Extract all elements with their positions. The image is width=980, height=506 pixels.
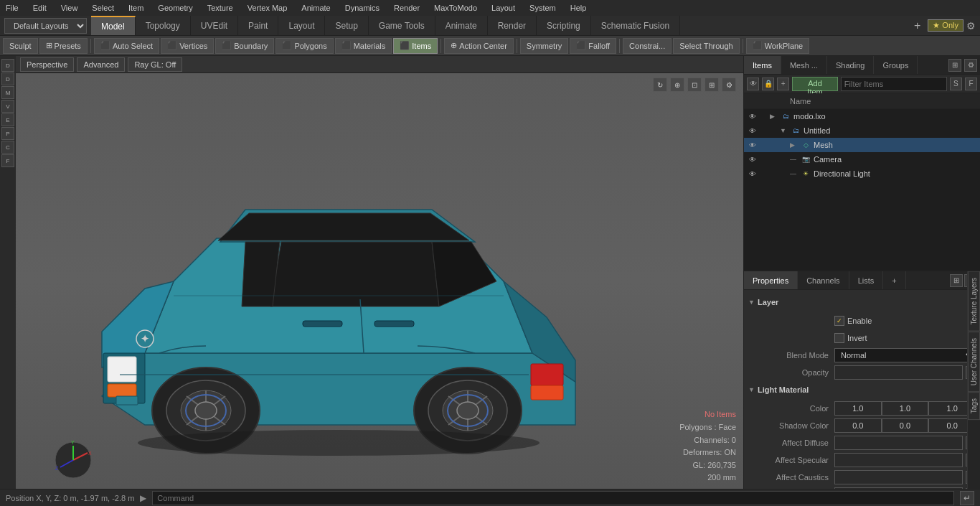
affect-diffuse-input[interactable]: 100.0 % [834,436,963,450]
menu-animate[interactable]: Animate [298,4,333,12]
menu-vertex-map[interactable]: Vertex Map [245,4,291,12]
vertices-button[interactable]: ⬛ Vertices [161,38,214,54]
tab-groups[interactable]: Groups [874,56,918,74]
command-submit-button[interactable]: ↵ [960,491,974,505]
perspective-button[interactable]: Perspective [20,57,74,72]
tree-item-light[interactable]: 👁 — ☀ Directional Light [744,167,980,181]
falloff-button[interactable]: ⬛ Falloff [570,38,616,54]
tree-item-camera[interactable]: 👁 — 📷 Camera [744,152,980,167]
eye-icon-modo[interactable]: 👁 [747,111,758,122]
materials-button[interactable]: ⬛ Materials [335,38,392,54]
settings-button[interactable]: ⚙ [722,78,736,92]
tab-schematic-fusion[interactable]: Schematic Fusion [591,16,680,35]
tree-item-untitled[interactable]: 👁 ▼ 🗂 Untitled [744,123,980,138]
add-prop-tab[interactable]: + [883,271,905,289]
lock-icon-btn[interactable]: 🔒 [762,78,774,90]
advanced-button[interactable]: Advanced [77,57,125,72]
lock-icon-untitled[interactable] [758,125,770,136]
eye-icon-untitled[interactable]: 👁 [747,125,758,136]
filter-f-btn[interactable]: F [965,78,977,90]
tab-scripting[interactable]: Scripting [537,16,591,35]
filter-items-input[interactable] [841,77,947,91]
expand-props-icon[interactable]: ⊞ [950,274,963,287]
menu-file[interactable]: File [3,4,22,12]
maximize-button[interactable]: ⊞ [705,78,719,92]
menu-view[interactable]: View [58,4,81,12]
tab-setup[interactable]: Setup [325,16,368,35]
command-input[interactable] [152,491,954,505]
lock-icon-modo[interactable] [758,111,770,122]
raygl-button[interactable]: Ray GL: Off [128,57,182,72]
left-sidebar-btn-7[interactable]: C [1,141,14,154]
left-sidebar-btn-2[interactable]: D [1,72,14,85]
tab-items[interactable]: Items [744,56,781,74]
tab-layout[interactable]: Layout [278,16,325,35]
left-sidebar-btn-4[interactable]: V [1,100,14,113]
gear-icon[interactable]: ⚙ [966,20,976,32]
layout-dropdown[interactable]: Default Layouts [4,18,87,34]
color-g[interactable]: 1.0 [882,401,929,416]
menu-help[interactable]: Help [567,4,590,12]
left-sidebar-btn-3[interactable]: M [1,86,14,99]
workplane-button[interactable]: ⬛ WorkPlane [746,38,810,54]
zoom-button[interactable]: ⊕ [670,78,684,92]
left-sidebar-btn-6[interactable]: P [1,127,14,140]
tab-render[interactable]: Render [488,16,537,35]
sculpt-button[interactable]: Sculpt [3,38,38,54]
shadow-g[interactable]: 0.0 [882,418,929,433]
menu-edit[interactable]: Edit [30,4,50,12]
tab-model[interactable]: Model [91,16,136,35]
lock-icon-camera[interactable] [758,154,770,165]
expand-arrow-untitled[interactable]: ▼ [780,127,790,134]
menu-system[interactable]: System [527,4,559,12]
star-only-badge[interactable]: ★ Only [928,19,963,32]
tab-properties[interactable]: Properties [744,271,798,289]
expand-arrow-light[interactable]: — [790,170,800,177]
eye-icon-mesh[interactable]: 👁 [747,139,758,151]
tab-channels[interactable]: Channels [798,271,849,289]
filter-s-btn[interactable]: S [950,78,962,90]
shadow-r[interactable]: 0.0 [834,418,882,433]
lock-icon-mesh[interactable] [758,139,770,151]
expand-icon[interactable]: ⊞ [948,59,961,72]
left-sidebar-btn-5[interactable]: E [1,113,14,126]
left-sidebar-btn-1[interactable]: D [1,59,14,72]
action-center-button[interactable]: ⊕ Action Center [444,38,514,54]
fit-button[interactable]: ⊡ [687,78,702,92]
lock-icon-light[interactable] [758,168,770,179]
tab-paint[interactable]: Paint [238,16,278,35]
tree-item-modo-lxo[interactable]: 👁 ▶ 🗂 modo.lxo [744,109,980,123]
presets-button[interactable]: ⊞ Presets [39,38,88,54]
eye-icon-camera[interactable]: 👁 [747,154,758,165]
layer-section-header[interactable]: ▼ Layer [748,294,976,310]
light-material-section-header[interactable]: ▼ Light Material [748,382,976,398]
left-sidebar-btn-8[interactable]: F [1,154,14,167]
side-tab-texture-layers[interactable]: Texture Layers [968,271,980,332]
menu-maxtomode[interactable]: MaxToModo [431,4,480,12]
tab-shading[interactable]: Shading [827,56,874,74]
eye-icon-btn[interactable]: 👁 [747,78,759,90]
navigation-gizmo[interactable]: X Y Z [52,439,95,482]
menu-item[interactable]: Item [126,4,146,12]
side-tab-user-channels[interactable]: User Channels [968,332,980,392]
boundary-button[interactable]: ⬛ Boundary [215,38,274,54]
affect-specular-input[interactable]: 100.0 % [834,453,963,467]
auto-select-button[interactable]: ⬛ Auto Select [94,38,159,54]
tab-game-tools[interactable]: Game Tools [369,16,435,35]
menu-render[interactable]: Render [391,4,423,12]
settings-icon[interactable]: ⚙ [964,59,977,72]
eye-icon-light[interactable]: 👁 [747,168,758,179]
tab-animate[interactable]: Animate [435,16,488,35]
symmetry-button[interactable]: Symmetry [520,38,569,54]
affect-caustics-input[interactable]: 100.0 % [834,470,963,484]
rotate-view-button[interactable]: ↻ [653,78,667,92]
menu-dynamics[interactable]: Dynamics [342,4,382,12]
tab-uvedit[interactable]: UVEdit [191,16,238,35]
items-button[interactable]: ⬛ Items [393,38,438,54]
affect-subsurface-input[interactable]: 100.0 % [834,487,963,489]
tree-item-mesh[interactable]: 👁 ▶ ◇ Mesh [744,138,980,152]
side-tab-tags[interactable]: Tags [968,392,980,420]
add-item-button[interactable]: Add Item [792,77,838,91]
tab-mesh[interactable]: Mesh ... [781,56,827,74]
polygons-button[interactable]: ⬛ Polygons [275,38,333,54]
